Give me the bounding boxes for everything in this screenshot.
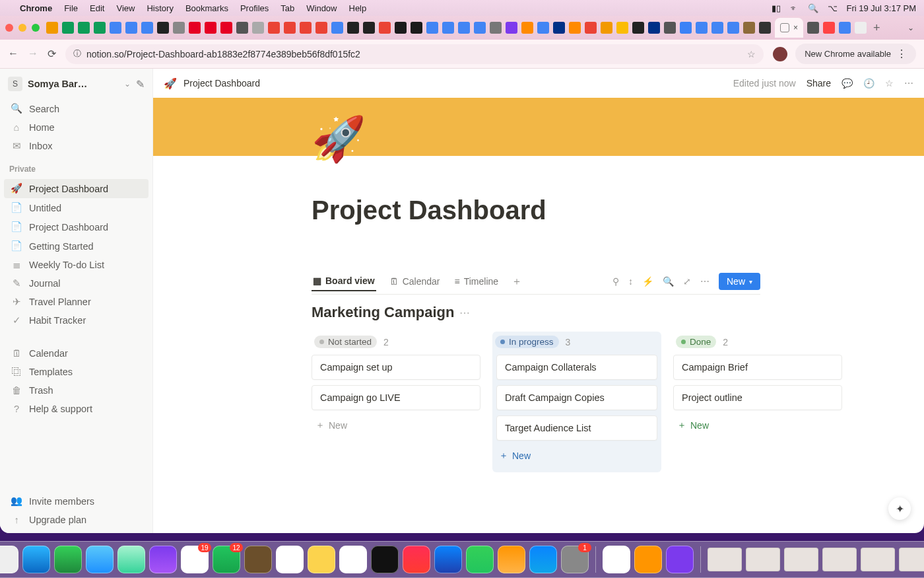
tab-favicon[interactable] <box>125 22 137 34</box>
tab-favicon[interactable] <box>569 22 581 34</box>
tab-favicon[interactable] <box>474 22 486 34</box>
sidebar-util-0[interactable]: 🗓Calendar <box>4 344 148 363</box>
chrome-profile-avatar[interactable] <box>773 47 787 61</box>
expand-icon[interactable]: ⤢ <box>683 276 691 287</box>
tab-favicon[interactable] <box>585 22 597 34</box>
tab-favicon[interactable] <box>173 22 185 34</box>
tab-favicon[interactable] <box>855 22 867 34</box>
sidebar-top-0[interactable]: 🔍Search <box>4 99 148 118</box>
tab-favicon[interactable] <box>616 22 628 34</box>
dock-minimized-window[interactable] <box>784 548 818 571</box>
filter-icon[interactable]: ⚲ <box>612 276 619 287</box>
board-card[interactable]: Project outline <box>673 385 842 410</box>
dock-app-launchpad[interactable] <box>0 546 18 573</box>
dock-app-pages[interactable] <box>498 546 525 573</box>
tab-favicon[interactable] <box>62 22 74 34</box>
sidebar-footer-1[interactable]: ↑Upgrade plan <box>4 511 148 529</box>
tab-favicon[interactable] <box>711 22 723 34</box>
sidebar-page-5[interactable]: ✎Journal <box>4 274 148 293</box>
tab-favicon[interactable] <box>632 22 644 34</box>
board-card[interactable]: Target Audience List <box>496 415 657 441</box>
new-page-icon[interactable]: ✎ <box>136 78 145 90</box>
sidebar-page-4[interactable]: ≣Weekly To-do List <box>4 256 148 274</box>
ai-assist-fab[interactable]: ✦ <box>888 497 911 520</box>
wifi-icon[interactable]: ᯤ <box>790 3 799 13</box>
sidebar-top-2[interactable]: ✉︎Inbox <box>4 137 148 155</box>
dock-app-music[interactable] <box>403 546 430 573</box>
sidebar-util-3[interactable]: ?Help & support <box>4 400 148 418</box>
sidebar-page-0[interactable]: 🚀Project Dashboard <box>4 179 148 198</box>
sidebar-page-6[interactable]: ✈︎Travel Planner <box>4 293 148 311</box>
control-center-icon[interactable]: ⌥ <box>828 3 838 13</box>
favorite-icon[interactable]: ☆ <box>885 78 894 89</box>
dock-app-reminders[interactable] <box>276 546 304 573</box>
menubar-app-name[interactable]: Chrome <box>20 3 52 13</box>
window-zoom-icon[interactable] <box>32 24 40 32</box>
tab-favicon[interactable] <box>648 22 660 34</box>
tab-favicon[interactable] <box>347 22 359 34</box>
window-close-icon[interactable] <box>5 24 13 32</box>
add-card-button[interactable]: ＋New <box>312 415 480 435</box>
dock-minimized-window[interactable] <box>861 548 895 571</box>
tab-favicon[interactable] <box>601 22 612 34</box>
sidebar-page-1[interactable]: 📄Untitled <box>4 198 148 217</box>
breadcrumb-emoji[interactable]: 🚀 <box>164 77 177 90</box>
dock-app-keynote[interactable] <box>434 546 462 573</box>
board-card[interactable]: Campaign go LIVE <box>312 385 480 410</box>
database-title-more-icon[interactable]: ⋯ <box>459 307 470 319</box>
dock-app-tv[interactable] <box>371 546 399 573</box>
dock-app-messages[interactable] <box>54 546 82 573</box>
menu-window[interactable]: Window <box>306 3 337 13</box>
board-card[interactable]: Campaign set up <box>312 355 480 380</box>
status-pill[interactable]: In progress <box>495 336 559 348</box>
dock-app-chrome[interactable] <box>603 546 630 573</box>
back-icon[interactable]: ← <box>8 48 18 60</box>
tab-favicon[interactable] <box>807 22 819 34</box>
tab-favicon[interactable] <box>284 22 296 34</box>
db-view-tab-2[interactable]: ≡Timeline <box>453 271 500 291</box>
dock-app-books[interactable] <box>634 546 662 573</box>
add-card-button[interactable]: ＋New <box>673 415 842 435</box>
dock-app-contacts[interactable] <box>244 546 272 573</box>
menu-tab[interactable]: Tab <box>280 3 294 13</box>
window-controls[interactable] <box>5 24 40 32</box>
bookmark-star-icon[interactable]: ☆ <box>747 49 756 59</box>
menu-file[interactable]: File <box>64 3 78 13</box>
tab-favicon[interactable] <box>205 22 216 34</box>
chevron-down-icon[interactable]: ▾ <box>749 278 752 285</box>
dock-minimized-window[interactable] <box>746 548 780 571</box>
dock-app-photos[interactable] <box>149 546 177 573</box>
tab-favicon[interactable] <box>680 22 692 34</box>
tab-favicon[interactable] <box>220 22 232 34</box>
tab-favicon[interactable] <box>157 22 169 34</box>
sidebar-top-1[interactable]: ⌂Home <box>4 118 148 137</box>
menu-history[interactable]: History <box>147 3 173 13</box>
tab-favicon[interactable] <box>521 22 533 34</box>
page-title[interactable]: Project Dashboard <box>312 196 919 225</box>
dock-app-safari[interactable] <box>22 546 50 573</box>
tab-favicon[interactable] <box>268 22 280 34</box>
tab-favicon[interactable] <box>743 22 755 34</box>
chevron-down-icon[interactable]: ⌄ <box>124 79 131 89</box>
tab-favicon[interactable] <box>506 22 517 34</box>
background-tabs[interactable]: × + <box>46 18 900 38</box>
dock-app-podcasts[interactable] <box>666 546 694 573</box>
menu-bookmarks[interactable]: Bookmarks <box>185 3 228 13</box>
chrome-menu-icon[interactable]: ⋮ <box>896 48 907 60</box>
dock-app-facetime[interactable] <box>213 546 240 573</box>
add-view-icon[interactable]: ＋ <box>512 275 522 289</box>
tab-favicon[interactable] <box>442 22 454 34</box>
dock-app-freeform[interactable] <box>339 546 367 573</box>
tab-favicon[interactable] <box>189 22 201 34</box>
dock-minimized-window[interactable] <box>822 548 857 571</box>
tab-favicon[interactable] <box>537 22 549 34</box>
tab-favicon[interactable] <box>252 22 264 34</box>
menu-view[interactable]: View <box>116 3 135 13</box>
spotlight-icon[interactable]: 🔍 <box>808 3 818 13</box>
tab-favicon[interactable] <box>315 22 327 34</box>
dock-app-settings[interactable] <box>561 546 589 573</box>
status-pill[interactable]: Not started <box>314 336 377 348</box>
db-view-tab-0[interactable]: ▦Board view <box>312 271 376 291</box>
status-pill[interactable]: Done <box>676 336 716 348</box>
window-minimize-icon[interactable] <box>18 24 26 32</box>
